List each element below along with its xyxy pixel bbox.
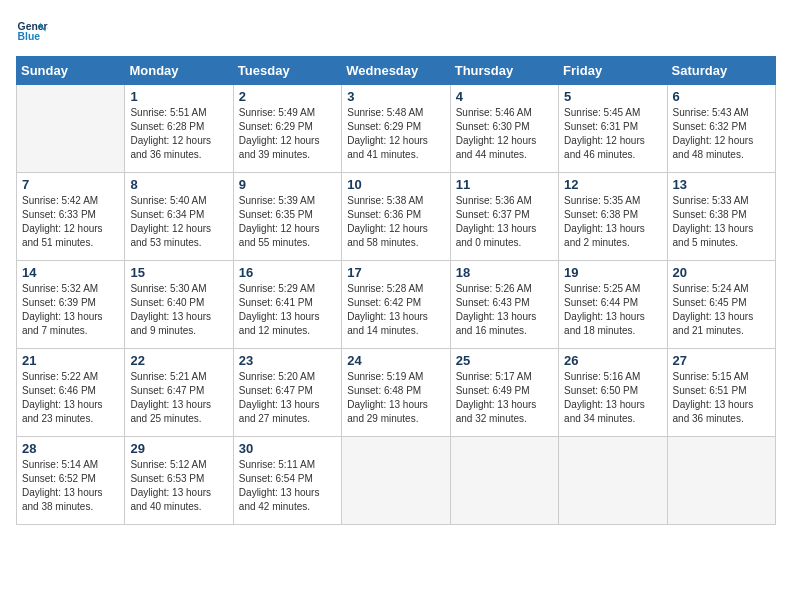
calendar-cell: 28Sunrise: 5:14 AMSunset: 6:52 PMDayligh…	[17, 437, 125, 525]
day-info: Sunrise: 5:19 AMSunset: 6:48 PMDaylight:…	[347, 370, 444, 426]
day-info: Sunrise: 5:15 AMSunset: 6:51 PMDaylight:…	[673, 370, 770, 426]
day-info: Sunrise: 5:24 AMSunset: 6:45 PMDaylight:…	[673, 282, 770, 338]
day-info: Sunrise: 5:22 AMSunset: 6:46 PMDaylight:…	[22, 370, 119, 426]
weekday-header: Sunday	[17, 57, 125, 85]
calendar-cell: 5Sunrise: 5:45 AMSunset: 6:31 PMDaylight…	[559, 85, 667, 173]
calendar-header-row: SundayMondayTuesdayWednesdayThursdayFrid…	[17, 57, 776, 85]
page-header: General Blue	[16, 16, 776, 48]
day-number: 8	[130, 177, 227, 192]
day-info: Sunrise: 5:40 AMSunset: 6:34 PMDaylight:…	[130, 194, 227, 250]
day-info: Sunrise: 5:21 AMSunset: 6:47 PMDaylight:…	[130, 370, 227, 426]
day-number: 6	[673, 89, 770, 104]
day-number: 27	[673, 353, 770, 368]
calendar-cell: 17Sunrise: 5:28 AMSunset: 6:42 PMDayligh…	[342, 261, 450, 349]
calendar-cell	[559, 437, 667, 525]
calendar-week-row: 7Sunrise: 5:42 AMSunset: 6:33 PMDaylight…	[17, 173, 776, 261]
day-number: 4	[456, 89, 553, 104]
day-number: 24	[347, 353, 444, 368]
calendar-cell: 2Sunrise: 5:49 AMSunset: 6:29 PMDaylight…	[233, 85, 341, 173]
day-info: Sunrise: 5:32 AMSunset: 6:39 PMDaylight:…	[22, 282, 119, 338]
day-number: 5	[564, 89, 661, 104]
day-number: 12	[564, 177, 661, 192]
calendar-cell: 25Sunrise: 5:17 AMSunset: 6:49 PMDayligh…	[450, 349, 558, 437]
weekday-header: Thursday	[450, 57, 558, 85]
day-info: Sunrise: 5:36 AMSunset: 6:37 PMDaylight:…	[456, 194, 553, 250]
calendar-table: SundayMondayTuesdayWednesdayThursdayFrid…	[16, 56, 776, 525]
weekday-header: Saturday	[667, 57, 775, 85]
weekday-header: Wednesday	[342, 57, 450, 85]
calendar-cell: 18Sunrise: 5:26 AMSunset: 6:43 PMDayligh…	[450, 261, 558, 349]
calendar-cell: 7Sunrise: 5:42 AMSunset: 6:33 PMDaylight…	[17, 173, 125, 261]
day-info: Sunrise: 5:20 AMSunset: 6:47 PMDaylight:…	[239, 370, 336, 426]
calendar-week-row: 21Sunrise: 5:22 AMSunset: 6:46 PMDayligh…	[17, 349, 776, 437]
weekday-header: Tuesday	[233, 57, 341, 85]
calendar-week-row: 28Sunrise: 5:14 AMSunset: 6:52 PMDayligh…	[17, 437, 776, 525]
calendar-cell	[17, 85, 125, 173]
day-number: 2	[239, 89, 336, 104]
calendar-cell: 11Sunrise: 5:36 AMSunset: 6:37 PMDayligh…	[450, 173, 558, 261]
day-number: 9	[239, 177, 336, 192]
day-number: 3	[347, 89, 444, 104]
calendar-cell: 21Sunrise: 5:22 AMSunset: 6:46 PMDayligh…	[17, 349, 125, 437]
calendar-cell: 20Sunrise: 5:24 AMSunset: 6:45 PMDayligh…	[667, 261, 775, 349]
weekday-header: Friday	[559, 57, 667, 85]
day-info: Sunrise: 5:48 AMSunset: 6:29 PMDaylight:…	[347, 106, 444, 162]
day-info: Sunrise: 5:14 AMSunset: 6:52 PMDaylight:…	[22, 458, 119, 514]
day-number: 30	[239, 441, 336, 456]
calendar-cell: 3Sunrise: 5:48 AMSunset: 6:29 PMDaylight…	[342, 85, 450, 173]
day-info: Sunrise: 5:25 AMSunset: 6:44 PMDaylight:…	[564, 282, 661, 338]
day-number: 20	[673, 265, 770, 280]
day-info: Sunrise: 5:11 AMSunset: 6:54 PMDaylight:…	[239, 458, 336, 514]
day-number: 1	[130, 89, 227, 104]
calendar-cell: 24Sunrise: 5:19 AMSunset: 6:48 PMDayligh…	[342, 349, 450, 437]
calendar-cell: 10Sunrise: 5:38 AMSunset: 6:36 PMDayligh…	[342, 173, 450, 261]
day-number: 28	[22, 441, 119, 456]
calendar-cell: 9Sunrise: 5:39 AMSunset: 6:35 PMDaylight…	[233, 173, 341, 261]
day-number: 18	[456, 265, 553, 280]
calendar-cell	[450, 437, 558, 525]
calendar-cell: 6Sunrise: 5:43 AMSunset: 6:32 PMDaylight…	[667, 85, 775, 173]
calendar-week-row: 1Sunrise: 5:51 AMSunset: 6:28 PMDaylight…	[17, 85, 776, 173]
day-info: Sunrise: 5:46 AMSunset: 6:30 PMDaylight:…	[456, 106, 553, 162]
calendar-cell: 14Sunrise: 5:32 AMSunset: 6:39 PMDayligh…	[17, 261, 125, 349]
logo: General Blue	[16, 16, 48, 48]
day-info: Sunrise: 5:33 AMSunset: 6:38 PMDaylight:…	[673, 194, 770, 250]
calendar-body: 1Sunrise: 5:51 AMSunset: 6:28 PMDaylight…	[17, 85, 776, 525]
day-number: 13	[673, 177, 770, 192]
day-number: 26	[564, 353, 661, 368]
calendar-cell: 1Sunrise: 5:51 AMSunset: 6:28 PMDaylight…	[125, 85, 233, 173]
day-info: Sunrise: 5:39 AMSunset: 6:35 PMDaylight:…	[239, 194, 336, 250]
day-info: Sunrise: 5:30 AMSunset: 6:40 PMDaylight:…	[130, 282, 227, 338]
day-number: 17	[347, 265, 444, 280]
day-number: 16	[239, 265, 336, 280]
day-number: 7	[22, 177, 119, 192]
day-info: Sunrise: 5:45 AMSunset: 6:31 PMDaylight:…	[564, 106, 661, 162]
day-info: Sunrise: 5:12 AMSunset: 6:53 PMDaylight:…	[130, 458, 227, 514]
calendar-cell: 12Sunrise: 5:35 AMSunset: 6:38 PMDayligh…	[559, 173, 667, 261]
day-info: Sunrise: 5:26 AMSunset: 6:43 PMDaylight:…	[456, 282, 553, 338]
svg-text:Blue: Blue	[18, 31, 41, 42]
day-number: 11	[456, 177, 553, 192]
calendar-cell: 22Sunrise: 5:21 AMSunset: 6:47 PMDayligh…	[125, 349, 233, 437]
day-info: Sunrise: 5:17 AMSunset: 6:49 PMDaylight:…	[456, 370, 553, 426]
day-info: Sunrise: 5:35 AMSunset: 6:38 PMDaylight:…	[564, 194, 661, 250]
calendar-cell: 13Sunrise: 5:33 AMSunset: 6:38 PMDayligh…	[667, 173, 775, 261]
calendar-cell: 16Sunrise: 5:29 AMSunset: 6:41 PMDayligh…	[233, 261, 341, 349]
day-info: Sunrise: 5:16 AMSunset: 6:50 PMDaylight:…	[564, 370, 661, 426]
day-number: 29	[130, 441, 227, 456]
day-number: 15	[130, 265, 227, 280]
calendar-cell: 15Sunrise: 5:30 AMSunset: 6:40 PMDayligh…	[125, 261, 233, 349]
calendar-cell	[342, 437, 450, 525]
day-info: Sunrise: 5:43 AMSunset: 6:32 PMDaylight:…	[673, 106, 770, 162]
day-info: Sunrise: 5:38 AMSunset: 6:36 PMDaylight:…	[347, 194, 444, 250]
calendar-cell: 4Sunrise: 5:46 AMSunset: 6:30 PMDaylight…	[450, 85, 558, 173]
calendar-cell: 29Sunrise: 5:12 AMSunset: 6:53 PMDayligh…	[125, 437, 233, 525]
day-number: 21	[22, 353, 119, 368]
day-info: Sunrise: 5:49 AMSunset: 6:29 PMDaylight:…	[239, 106, 336, 162]
day-number: 10	[347, 177, 444, 192]
calendar-cell: 23Sunrise: 5:20 AMSunset: 6:47 PMDayligh…	[233, 349, 341, 437]
day-info: Sunrise: 5:29 AMSunset: 6:41 PMDaylight:…	[239, 282, 336, 338]
day-info: Sunrise: 5:28 AMSunset: 6:42 PMDaylight:…	[347, 282, 444, 338]
day-number: 23	[239, 353, 336, 368]
day-number: 19	[564, 265, 661, 280]
